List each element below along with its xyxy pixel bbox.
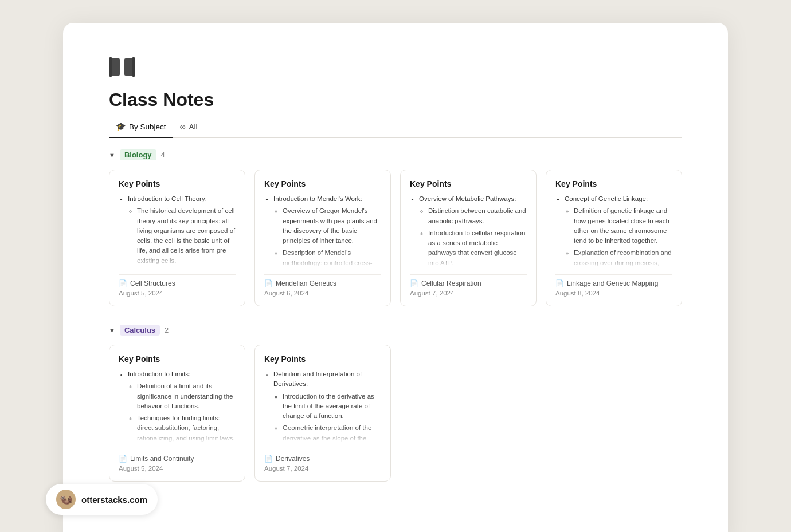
card-linkage-genetic-mapping[interactable]: Key Points Concept of Genetic Linkage: D…: [546, 170, 682, 306]
group-calculus-header: ▼ Calculus 2: [109, 325, 682, 336]
card-footer: 📄 Cell Structures August 5, 2024: [119, 274, 236, 297]
tab-by-subject[interactable]: 🎓 By Subject: [109, 119, 173, 138]
branding-pill: 🦦 otterstacks.com: [46, 484, 158, 515]
card-date: August 6, 2024: [264, 290, 381, 297]
file-icon: 📄: [410, 279, 418, 287]
card-kp-title: Key Points: [119, 354, 236, 364]
brand-avatar: 🦦: [56, 490, 76, 509]
all-icon: ∞: [180, 122, 186, 131]
card-kp-title: Key Points: [264, 179, 381, 188]
card-kp-title: Key Points: [119, 179, 236, 188]
file-icon: 📄: [264, 279, 273, 287]
calculus-cards-grid: Key Points Introduction to Limits: Defin…: [109, 345, 682, 482]
card-date: August 5, 2024: [119, 290, 236, 297]
group-biology-label: Biology: [120, 149, 156, 160]
card-kp-title: Key Points: [410, 179, 527, 188]
card-derivatives[interactable]: Key Points Definition and Interpretation…: [254, 345, 391, 482]
card-kp-title: Key Points: [264, 354, 381, 364]
biology-cards-grid: Key Points Introduction to Cell Theory: …: [109, 170, 682, 306]
tab-all[interactable]: ∞ All: [173, 119, 205, 138]
page-icon: [109, 57, 682, 78]
card-note-name: 📄 Derivatives: [264, 455, 381, 463]
card-limits-continuity[interactable]: Key Points Introduction to Limits: Defin…: [109, 345, 245, 482]
file-icon: 📄: [119, 455, 127, 463]
group-calculus-count: 2: [165, 326, 169, 334]
card-note-name: 📄 Mendelian Genetics: [264, 279, 381, 287]
card-date: August 8, 2024: [555, 290, 672, 297]
group-biology-header: ▼ Biology 4: [109, 149, 682, 160]
svg-rect-1: [109, 57, 112, 77]
group-biology-count: 4: [161, 151, 165, 159]
card-mendelian-genetics[interactable]: Key Points Introduction to Mendel's Work…: [254, 170, 391, 306]
card-content: Concept of Genetic Linkage: Definition o…: [555, 194, 672, 269]
app-window: Class Notes 🎓 By Subject ∞ All ▼ Biology…: [63, 23, 728, 532]
collapse-calculus-icon[interactable]: ▼: [109, 327, 115, 334]
file-icon: 📄: [264, 455, 273, 463]
brand-name: otterstacks.com: [81, 495, 147, 505]
card-content: Introduction to Cell Theory: The histori…: [119, 194, 236, 269]
card-note-name: 📄 Cell Structures: [119, 279, 236, 287]
tabs-row: 🎓 By Subject ∞ All: [109, 119, 682, 138]
group-calculus-label: Calculus: [120, 325, 160, 336]
card-footer: 📄 Linkage and Genetic Mapping August 8, …: [555, 274, 672, 297]
subject-icon: 🎓: [116, 122, 126, 131]
card-kp-title: Key Points: [555, 179, 672, 188]
card-cell-structures[interactable]: Key Points Introduction to Cell Theory: …: [109, 170, 245, 306]
card-content: Introduction to Limits: Definition of a …: [119, 369, 236, 444]
card-note-name: 📄 Cellular Respiration: [410, 279, 527, 287]
card-cellular-respiration[interactable]: Key Points Overview of Metabolic Pathway…: [400, 170, 537, 306]
file-icon: 📄: [555, 279, 564, 287]
card-content: Overview of Metabolic Pathways: Distinct…: [410, 194, 527, 269]
file-icon: 📄: [119, 279, 127, 287]
card-date: August 5, 2024: [119, 465, 236, 472]
page-title: Class Notes: [109, 89, 682, 111]
card-footer: 📄 Mendelian Genetics August 6, 2024: [264, 274, 381, 297]
card-footer: 📄 Cellular Respiration August 7, 2024: [410, 274, 527, 297]
card-note-name: 📄 Limits and Continuity: [119, 455, 236, 463]
card-content: Introduction to Mendel's Work: Overview …: [264, 194, 381, 269]
svg-rect-3: [132, 57, 135, 77]
collapse-biology-icon[interactable]: ▼: [109, 152, 115, 159]
card-footer: 📄 Limits and Continuity August 5, 2024: [119, 450, 236, 472]
card-date: August 7, 2024: [410, 290, 527, 297]
card-content: Definition and Interpretation of Derivat…: [264, 369, 381, 444]
card-date: August 7, 2024: [264, 465, 381, 472]
card-footer: 📄 Derivatives August 7, 2024: [264, 450, 381, 472]
card-note-name: 📄 Linkage and Genetic Mapping: [555, 279, 672, 287]
